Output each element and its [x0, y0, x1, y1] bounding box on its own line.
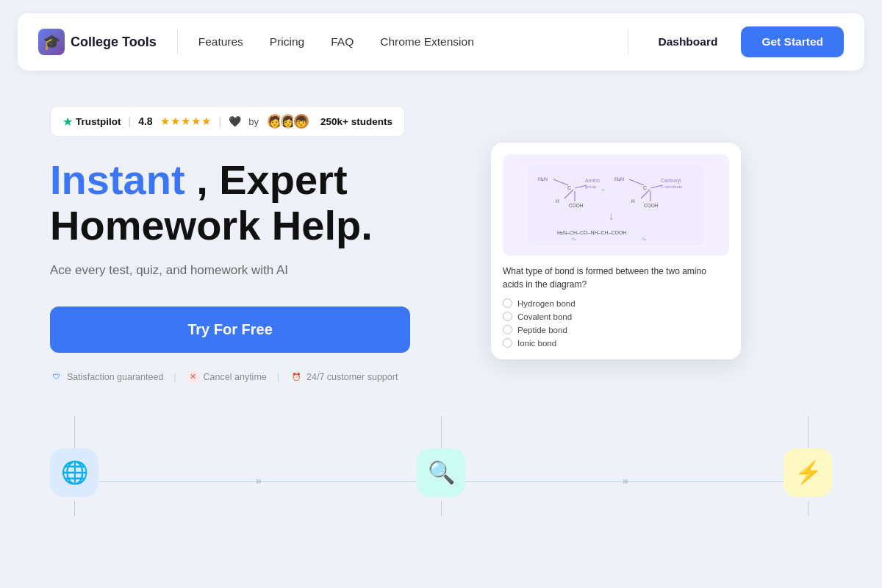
hero-section: ★ Trustpilot | 4.8 ★★★★★ | 🖤 by 🧑 👩 👦 25… [0, 71, 882, 407]
guarantee-satisfaction-label: Satisfaction guaranteed [67, 372, 163, 382]
connector-1: » [98, 481, 417, 482]
bolt-icon-bubble: ⚡ [784, 448, 832, 497]
svg-text:H₂N–CH–CO–NH–CH–COOH: H₂N–CH–CO–NH–CH–COOH [557, 230, 626, 235]
quiz-option-1[interactable]: Hydrogen bond [503, 298, 729, 308]
trustpilot-label: Trustpilot [76, 116, 121, 127]
chevron-right-2: » [623, 475, 626, 487]
svg-text:+: + [601, 187, 605, 194]
guarantee-support: ⏰ 24/7 customer support [290, 370, 398, 384]
svg-text:Carboxyl: Carboxyl [661, 178, 681, 184]
chemistry-diagram: H₂N C Amino group COOH H + H₂N C [503, 154, 729, 256]
quiz-option-2[interactable]: Covalent bond [503, 312, 729, 321]
connector-2: » [465, 481, 784, 482]
headline-rest: Homework Help. [50, 202, 373, 248]
nav-pricing[interactable]: Pricing [270, 35, 304, 49]
bottom-icons-row: 🌐 » 🔍 » ⚡ [0, 425, 882, 531]
hero-headline: Instant , Expert Homework Help. [50, 157, 462, 248]
guarantees-row: 🛡 Satisfaction guaranteed | ✕ Cancel any… [50, 370, 462, 384]
svg-text:H₂N: H₂N [538, 176, 548, 182]
guarantee-support-label: 24/7 customer support [306, 372, 398, 382]
student-avatars: 🧑 👩 👦 [266, 112, 310, 130]
hero-left: ★ Trustpilot | 4.8 ★★★★★ | 🖤 by 🧑 👩 👦 25… [50, 106, 462, 384]
loved-by-label: by [248, 116, 259, 127]
heart-icon: 🖤 [229, 115, 241, 127]
guarantee-sep-2: | [277, 372, 279, 382]
svg-text:↓: ↓ [609, 210, 614, 222]
search-icon-bubble: 🔍 [417, 448, 465, 497]
navbar: 🎓 College Tools Features Pricing FAQ Chr… [0, 13, 882, 71]
trustpilot-star-icon: ★ [62, 115, 73, 129]
search-icon: 🔍 [428, 459, 455, 485]
bolt-node: ⚡ [784, 448, 832, 516]
nav-features[interactable]: Features [198, 35, 243, 49]
radio-1 [503, 298, 512, 308]
headline-accent: Instant [50, 157, 185, 203]
quiz-card: H₂N C Amino group COOH H + H₂N C [491, 143, 741, 359]
svg-text:C: C [643, 185, 647, 190]
nav-divider-left [177, 29, 178, 55]
svg-text:COOH: COOH [644, 203, 659, 208]
guarantee-cancel: ✕ Cancel anytime [187, 370, 267, 384]
chevron-right-1: » [256, 475, 259, 487]
support-icon: ⏰ [290, 370, 303, 384]
globe-icon-bubble: 🌐 [50, 448, 98, 497]
nav-chrome-extension[interactable]: Chrome Extension [380, 35, 474, 49]
headline-comma: , Expert [196, 157, 347, 203]
svg-text:COOH: COOH [569, 203, 584, 208]
globe-icon: 🌐 [61, 459, 88, 485]
guarantee-sep-1: | [173, 372, 176, 382]
radio-2 [503, 312, 512, 321]
quiz-option-3-label: Peptide bond [517, 326, 567, 334]
hero-right: H₂N C Amino group COOH H + H₂N C [491, 98, 741, 359]
logo[interactable]: 🎓 College Tools [38, 29, 157, 55]
try-for-free-button[interactable]: Try For Free [50, 306, 410, 353]
hero-subheadline: Ace every test, quiz, and homework with … [50, 261, 462, 280]
trustpilot-badge: ★ Trustpilot | 4.8 ★★★★★ | 🖤 by 🧑 👩 👦 25… [50, 106, 405, 137]
badge-divider-1: | [129, 115, 132, 127]
logo-icon: 🎓 [38, 29, 65, 55]
svg-text:H: H [631, 198, 635, 204]
chem-svg: H₂N C Amino group COOH H + H₂N C [513, 165, 719, 245]
quiz-option-1-label: Hydrogen bond [517, 299, 576, 308]
quiz-option-2-label: Covalent bond [517, 312, 572, 321]
radio-3 [503, 325, 512, 334]
svg-text:C-terminus: C-terminus [661, 184, 682, 189]
svg-text:R₂: R₂ [642, 237, 647, 241]
nav-right: Dashboard Get Started [622, 26, 844, 57]
badge-divider-2: | [219, 115, 222, 127]
trustpilot-rating: 4.8 [138, 115, 152, 127]
svg-text:H: H [556, 198, 559, 204]
quiz-option-4-label: Ionic bond [517, 339, 556, 348]
search-node: 🔍 [417, 448, 465, 516]
radio-4 [503, 338, 512, 348]
svg-text:R₁: R₁ [572, 237, 577, 241]
trustpilot-logo: ★ Trustpilot [62, 115, 121, 129]
svg-text:C: C [567, 185, 571, 190]
svg-text:H₂N: H₂N [614, 176, 624, 182]
svg-text:Amino: Amino [585, 178, 600, 183]
nav-faq[interactable]: FAQ [331, 35, 354, 49]
shield-icon: 🛡 [50, 370, 63, 384]
cancel-icon: ✕ [187, 370, 200, 384]
quiz-option-4[interactable]: Ionic bond [503, 338, 729, 348]
avatar-3: 👦 [293, 112, 310, 130]
dashboard-button[interactable]: Dashboard [646, 29, 729, 54]
nav-divider-right [628, 29, 628, 55]
nav-links: Features Pricing FAQ Chrome Extension [198, 35, 623, 49]
student-count: 250k+ students [320, 116, 392, 127]
quiz-option-3[interactable]: Peptide bond [503, 325, 729, 334]
quiz-options: Hydrogen bond Covalent bond Peptide bond… [503, 298, 729, 348]
star-icons: ★★★★★ [160, 115, 212, 128]
get-started-button[interactable]: Get Started [741, 26, 844, 57]
quiz-question: What type of bond is formed between the … [503, 265, 729, 291]
bolt-icon: ⚡ [795, 459, 822, 485]
logo-text: College Tools [71, 35, 157, 50]
guarantee-satisfaction: 🛡 Satisfaction guaranteed [50, 370, 163, 384]
svg-text:group: group [585, 184, 597, 189]
globe-node: 🌐 [50, 448, 98, 516]
guarantee-cancel-label: Cancel anytime [204, 372, 267, 382]
